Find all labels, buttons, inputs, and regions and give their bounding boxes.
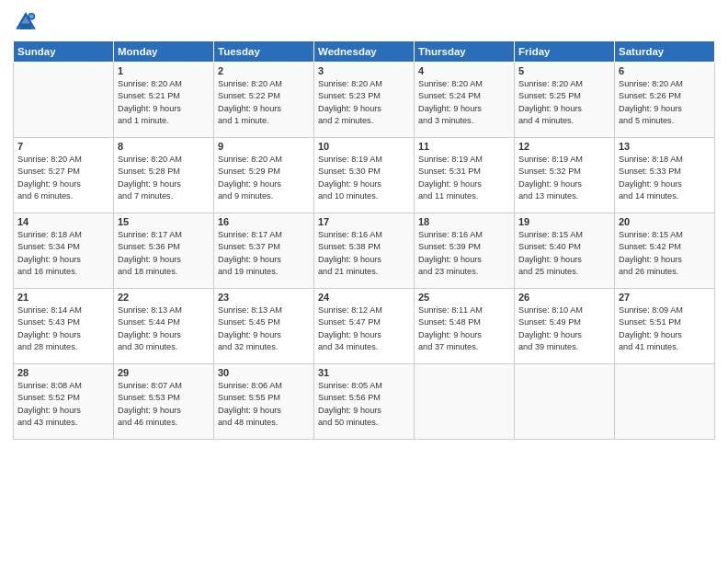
week-row-0: 1Sunrise: 8:20 AM Sunset: 5:21 PM Daylig… bbox=[14, 63, 715, 138]
calendar-cell: 29Sunrise: 8:07 AM Sunset: 5:53 PM Dayli… bbox=[114, 364, 214, 440]
day-info: Sunrise: 8:15 AM Sunset: 5:42 PM Dayligh… bbox=[619, 229, 711, 278]
calendar-cell: 4Sunrise: 8:20 AM Sunset: 5:24 PM Daylig… bbox=[415, 63, 515, 138]
day-number: 21 bbox=[17, 292, 109, 303]
header-row: SundayMondayTuesdayWednesdayThursdayFrid… bbox=[14, 41, 715, 63]
calendar-cell: 24Sunrise: 8:12 AM Sunset: 5:47 PM Dayli… bbox=[314, 289, 415, 364]
day-info: Sunrise: 8:11 AM Sunset: 5:48 PM Dayligh… bbox=[418, 304, 510, 353]
day-number: 1 bbox=[118, 65, 210, 76]
day-number: 23 bbox=[218, 292, 310, 303]
calendar-cell: 11Sunrise: 8:19 AM Sunset: 5:31 PM Dayli… bbox=[415, 138, 515, 213]
day-info: Sunrise: 8:20 AM Sunset: 5:26 PM Dayligh… bbox=[619, 78, 711, 127]
calendar-cell: 5Sunrise: 8:20 AM Sunset: 5:25 PM Daylig… bbox=[515, 63, 615, 138]
day-info: Sunrise: 8:19 AM Sunset: 5:30 PM Dayligh… bbox=[318, 154, 410, 202]
day-info: Sunrise: 8:20 AM Sunset: 5:29 PM Dayligh… bbox=[218, 154, 310, 202]
calendar-cell bbox=[515, 364, 615, 440]
day-number: 20 bbox=[619, 216, 711, 227]
day-number: 19 bbox=[518, 216, 610, 227]
day-info: Sunrise: 8:13 AM Sunset: 5:44 PM Dayligh… bbox=[118, 304, 210, 353]
svg-rect-2 bbox=[20, 24, 31, 29]
day-info: Sunrise: 8:14 AM Sunset: 5:43 PM Dayligh… bbox=[17, 304, 109, 353]
calendar-cell: 1Sunrise: 8:20 AM Sunset: 5:21 PM Daylig… bbox=[114, 63, 214, 138]
day-number: 17 bbox=[318, 216, 410, 227]
col-header-monday: Monday bbox=[114, 41, 214, 63]
day-number: 10 bbox=[318, 141, 410, 152]
day-info: Sunrise: 8:08 AM Sunset: 5:52 PM Dayligh… bbox=[17, 380, 109, 429]
day-info: Sunrise: 8:05 AM Sunset: 5:56 PM Dayligh… bbox=[318, 380, 410, 429]
day-number: 22 bbox=[118, 292, 210, 303]
calendar-cell bbox=[14, 63, 114, 138]
calendar-cell: 28Sunrise: 8:08 AM Sunset: 5:52 PM Dayli… bbox=[14, 364, 114, 440]
day-info: Sunrise: 8:19 AM Sunset: 5:31 PM Dayligh… bbox=[418, 154, 510, 202]
day-number: 8 bbox=[118, 141, 210, 152]
day-info: Sunrise: 8:17 AM Sunset: 5:37 PM Dayligh… bbox=[218, 229, 310, 278]
day-info: Sunrise: 8:20 AM Sunset: 5:28 PM Dayligh… bbox=[118, 154, 210, 202]
day-number: 2 bbox=[218, 65, 310, 76]
day-number: 3 bbox=[318, 65, 410, 76]
header bbox=[13, 9, 715, 35]
day-number: 12 bbox=[518, 141, 610, 152]
day-info: Sunrise: 8:13 AM Sunset: 5:45 PM Dayligh… bbox=[218, 304, 310, 353]
day-info: Sunrise: 8:17 AM Sunset: 5:36 PM Dayligh… bbox=[118, 229, 210, 278]
day-info: Sunrise: 8:20 AM Sunset: 5:22 PM Dayligh… bbox=[218, 78, 310, 127]
calendar-cell: 31Sunrise: 8:05 AM Sunset: 5:56 PM Dayli… bbox=[314, 364, 415, 440]
calendar-cell: 19Sunrise: 8:15 AM Sunset: 5:40 PM Dayli… bbox=[515, 213, 615, 289]
day-number: 30 bbox=[218, 367, 310, 378]
calendar-cell: 7Sunrise: 8:20 AM Sunset: 5:27 PM Daylig… bbox=[14, 138, 114, 213]
calendar-cell: 13Sunrise: 8:18 AM Sunset: 5:33 PM Dayli… bbox=[615, 138, 715, 213]
day-number: 29 bbox=[118, 367, 210, 378]
day-info: Sunrise: 8:20 AM Sunset: 5:27 PM Dayligh… bbox=[17, 154, 109, 202]
calendar-cell: 22Sunrise: 8:13 AM Sunset: 5:44 PM Dayli… bbox=[114, 289, 214, 364]
day-number: 13 bbox=[619, 141, 711, 152]
day-number: 4 bbox=[418, 65, 510, 76]
calendar-cell: 23Sunrise: 8:13 AM Sunset: 5:45 PM Dayli… bbox=[214, 289, 314, 364]
day-info: Sunrise: 8:20 AM Sunset: 5:24 PM Dayligh… bbox=[418, 78, 510, 127]
calendar-cell: 8Sunrise: 8:20 AM Sunset: 5:28 PM Daylig… bbox=[114, 138, 214, 213]
day-info: Sunrise: 8:20 AM Sunset: 5:21 PM Dayligh… bbox=[118, 78, 210, 127]
day-info: Sunrise: 8:12 AM Sunset: 5:47 PM Dayligh… bbox=[318, 304, 410, 353]
calendar-cell: 25Sunrise: 8:11 AM Sunset: 5:48 PM Dayli… bbox=[415, 289, 515, 364]
col-header-saturday: Saturday bbox=[615, 41, 715, 63]
day-info: Sunrise: 8:20 AM Sunset: 5:23 PM Dayligh… bbox=[318, 78, 410, 127]
day-info: Sunrise: 8:15 AM Sunset: 5:40 PM Dayligh… bbox=[518, 229, 610, 278]
calendar-cell: 2Sunrise: 8:20 AM Sunset: 5:22 PM Daylig… bbox=[214, 63, 314, 138]
calendar-cell: 18Sunrise: 8:16 AM Sunset: 5:39 PM Dayli… bbox=[415, 213, 515, 289]
calendar-cell: 12Sunrise: 8:19 AM Sunset: 5:32 PM Dayli… bbox=[515, 138, 615, 213]
day-number: 7 bbox=[17, 141, 109, 152]
day-number: 24 bbox=[318, 292, 410, 303]
day-number: 31 bbox=[318, 367, 410, 378]
col-header-wednesday: Wednesday bbox=[314, 41, 415, 63]
day-info: Sunrise: 8:20 AM Sunset: 5:25 PM Dayligh… bbox=[518, 78, 610, 127]
svg-point-4 bbox=[29, 14, 34, 18]
col-header-thursday: Thursday bbox=[415, 41, 515, 63]
calendar-cell bbox=[415, 364, 515, 440]
day-number: 18 bbox=[418, 216, 510, 227]
day-info: Sunrise: 8:18 AM Sunset: 5:33 PM Dayligh… bbox=[619, 154, 711, 202]
day-info: Sunrise: 8:07 AM Sunset: 5:53 PM Dayligh… bbox=[118, 380, 210, 429]
col-header-sunday: Sunday bbox=[14, 41, 114, 63]
week-row-3: 21Sunrise: 8:14 AM Sunset: 5:43 PM Dayli… bbox=[14, 289, 715, 364]
day-number: 26 bbox=[518, 292, 610, 303]
day-info: Sunrise: 8:19 AM Sunset: 5:32 PM Dayligh… bbox=[518, 154, 610, 202]
calendar-cell: 21Sunrise: 8:14 AM Sunset: 5:43 PM Dayli… bbox=[14, 289, 114, 364]
calendar-cell: 17Sunrise: 8:16 AM Sunset: 5:38 PM Dayli… bbox=[314, 213, 415, 289]
calendar-cell: 3Sunrise: 8:20 AM Sunset: 5:23 PM Daylig… bbox=[314, 63, 415, 138]
day-number: 6 bbox=[619, 65, 711, 76]
calendar-cell: 26Sunrise: 8:10 AM Sunset: 5:49 PM Dayli… bbox=[515, 289, 615, 364]
calendar-table: SundayMondayTuesdayWednesdayThursdayFrid… bbox=[13, 40, 715, 440]
calendar-cell: 10Sunrise: 8:19 AM Sunset: 5:30 PM Dayli… bbox=[314, 138, 415, 213]
calendar-cell: 16Sunrise: 8:17 AM Sunset: 5:37 PM Dayli… bbox=[214, 213, 314, 289]
page-container: SundayMondayTuesdayWednesdayThursdayFrid… bbox=[0, 0, 728, 447]
col-header-tuesday: Tuesday bbox=[214, 41, 314, 63]
week-row-2: 14Sunrise: 8:18 AM Sunset: 5:34 PM Dayli… bbox=[14, 213, 715, 289]
logo-icon bbox=[13, 9, 39, 35]
day-number: 25 bbox=[418, 292, 510, 303]
day-info: Sunrise: 8:18 AM Sunset: 5:34 PM Dayligh… bbox=[17, 229, 109, 278]
calendar-cell: 27Sunrise: 8:09 AM Sunset: 5:51 PM Dayli… bbox=[615, 289, 715, 364]
day-number: 9 bbox=[218, 141, 310, 152]
day-number: 28 bbox=[17, 367, 109, 378]
day-number: 14 bbox=[17, 216, 109, 227]
day-number: 11 bbox=[418, 141, 510, 152]
day-number: 16 bbox=[218, 216, 310, 227]
calendar-cell bbox=[615, 364, 715, 440]
day-info: Sunrise: 8:10 AM Sunset: 5:49 PM Dayligh… bbox=[518, 304, 610, 353]
